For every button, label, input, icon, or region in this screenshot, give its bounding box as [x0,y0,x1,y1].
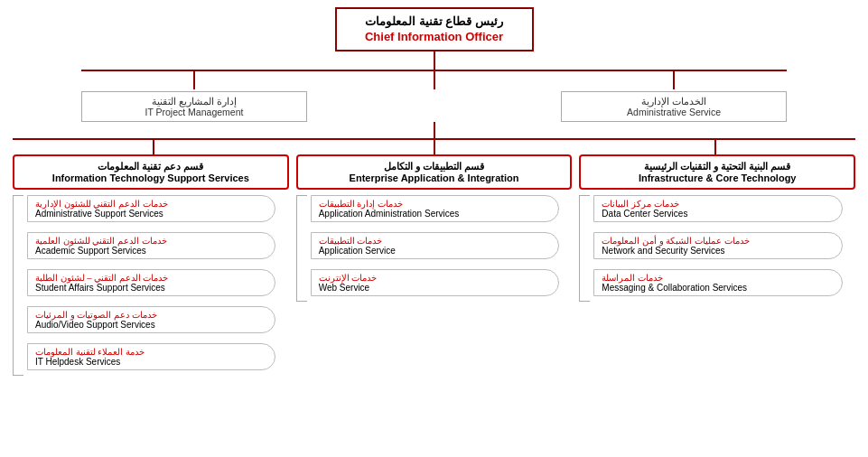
it-support-item-4-arabic: خدمة العملاء لتقنية المعلومات [35,347,266,357]
it-support-item-3-arabic: خدمات دعم الصوتيات و المرئيات [35,310,266,320]
list-item: خدمة العملاء لتقنية المعلومات IT Helpdes… [27,343,275,370]
right-section-drop [714,140,716,154]
admin-service-top-box: الخدمات الإدارية Administrative Service [561,91,787,122]
org-chart: رئيس قطاع تقنية المعلومات Chief Informat… [0,0,868,383]
cio-box: رئيس قطاع تقنية المعلومات Chief Informat… [335,7,534,51]
list-item: خدمات مركز البيانات Data Center Services [593,195,842,222]
list-item: خدمات الدعم التقني للشئون الإدارية Admin… [27,195,275,222]
it-project-box: إدارة المشاريع التقنية IT Project Manage… [81,91,307,122]
enterprise-bracket [296,195,307,302]
list-item: خدمات الدعم التقني للشئون العلمية Academ… [27,232,275,259]
infrastructure-header: قسم البنية التحتية و التقنيات الرئيسية I… [579,154,855,190]
infrastructure-bracket [579,195,590,302]
enterprise-section: قسم التطبيقات و التكامل Enterprise Appli… [296,154,573,302]
it-support-header: قسم دعم تقنية المعلومات Information Tech… [13,154,289,190]
it-support-item-4-english: IT Helpdesk Services [35,357,266,367]
it-support-item-0-english: Administrative Support Services [35,209,266,219]
cio-arabic: رئيس قطاع تقنية المعلومات [355,14,514,28]
enterprise-item-2-arabic: خدمات الإنترنت [319,273,549,283]
list-item: خدمات الإنترنت Web Service [311,269,559,296]
admin-service-top-english: Administrative Service [573,107,775,117]
list-item: خدمات عمليات الشبكة و أمن المعلومات Netw… [593,232,842,259]
it-support-item-0-arabic: خدمات الدعم التقني للشئون الإدارية [35,199,266,209]
list-item: خدمات الدعم التقني – لشئون الطلبة Studen… [27,269,275,296]
infrastructure-english: Infrastructure & Core Technology [588,173,846,183]
infrastructure-section: قسم البنية التحتية و التقنيات الرئيسية I… [579,154,855,302]
right-drop [673,70,675,89]
it-project-english: IT Project Management [93,107,295,117]
list-item: خدمات المراسلة Messaging & Collaboration… [593,269,842,296]
enterprise-item-0-english: Application Administration Services [319,209,549,219]
enterprise-item-2-english: Web Service [319,283,549,293]
enterprise-items: خدمات إدارة التطبيقات Application Admini… [311,195,573,302]
it-support-section: قسم دعم تقنية المعلومات Information Tech… [13,154,289,376]
enterprise-english: Enterprise Application & Integration [305,173,564,183]
infrastructure-item-2-english: Messaging & Collaboration Services [602,283,832,293]
infrastructure-item-0-english: Data Center Services [602,209,832,219]
enterprise-item-1-arabic: خدمات التطبيقات [319,236,549,246]
it-support-item-1-english: Academic Support Services [35,246,266,256]
admin-service-top-arabic: الخدمات الإدارية [573,96,775,107]
it-support-bracket [13,195,23,376]
left-section-drop [153,140,154,154]
enterprise-item-1-english: Application Service [319,246,549,256]
infrastructure-item-0-arabic: خدمات مركز البيانات [602,199,832,209]
it-support-item-2-english: Student Affairs Support Services [35,283,266,293]
it-support-item-2-arabic: خدمات الدعم التقني – لشئون الطلبة [35,273,266,283]
infrastructure-item-1-arabic: خدمات عمليات الشبكة و أمن المعلومات [602,236,832,246]
enterprise-arabic: قسم التطبيقات و التكامل [305,161,564,173]
cio-vline [434,51,435,70]
infrastructure-arabic: قسم البنية التحتية و التقنيات الرئيسية [588,161,846,173]
infrastructure-item-1-english: Network and Security Services [602,246,832,256]
left-drop [193,70,195,89]
list-item: خدمات إدارة التطبيقات Application Admini… [311,195,559,222]
it-support-item-3-english: Audio/Video Support Services [35,320,266,330]
cio-english: Chief Information Officer [365,30,503,43]
center-vline [434,122,435,138]
it-project-arabic: إدارة المشاريع التقنية [93,96,295,107]
infrastructure-item-2-arabic: خدمات المراسلة [602,273,832,283]
infrastructure-items: خدمات مركز البيانات Data Center Services… [593,195,855,302]
it-support-item-1-arabic: خدمات الدعم التقني للشئون العلمية [35,236,266,246]
it-support-arabic: قسم دعم تقنية المعلومات [22,161,280,173]
list-item: خدمات دعم الصوتيات و المرئيات Audio/Vide… [27,306,275,333]
mid-section-drop [434,140,435,154]
center-drop [434,70,435,89]
enterprise-header: قسم التطبيقات و التكامل Enterprise Appli… [296,154,573,190]
it-support-english: Information Technology Support Services [22,173,280,183]
it-support-items: خدمات الدعم التقني للشئون الإدارية Admin… [27,195,289,376]
enterprise-item-0-arabic: خدمات إدارة التطبيقات [319,199,549,209]
list-item: خدمات التطبيقات Application Service [311,232,559,259]
